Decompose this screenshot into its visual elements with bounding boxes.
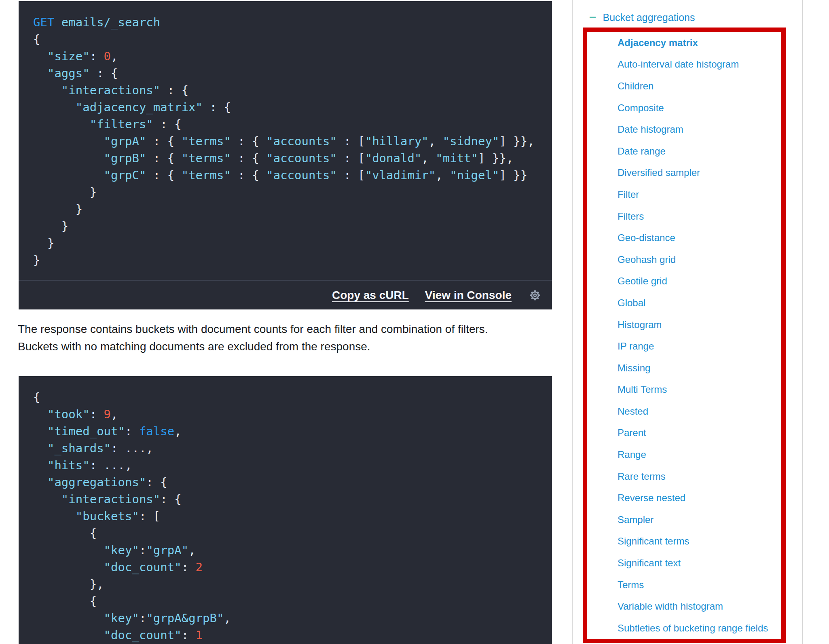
settings-gear-icon[interactable]	[528, 288, 542, 303]
code-line: "filters" : {	[33, 116, 544, 133]
sidebar-item-filters[interactable]: Filters	[618, 205, 779, 227]
sidebar-item-geotile-grid[interactable]: Geotile grid	[618, 271, 779, 292]
sidebar-item-adjacency-matrix[interactable]: Adjacency matrix	[618, 32, 779, 54]
sidebar-item-multi-terms[interactable]: Multi Terms	[618, 379, 779, 401]
code-line: {	[33, 389, 544, 406]
code-line: }	[33, 235, 544, 252]
sidebar-item-parent[interactable]: Parent	[618, 422, 779, 444]
paragraph-line: Buckets with no matching documents are e…	[18, 338, 556, 355]
page-right-divider	[802, 0, 803, 644]
sidebar-item-histogram[interactable]: Histogram	[618, 314, 779, 336]
code-line: "grpB" : { "terms" : { "accounts" : ["do…	[33, 150, 544, 167]
sidebar-item-missing[interactable]: Missing	[618, 357, 779, 379]
sidebar-item-diversified-sampler[interactable]: Diversified sampler	[618, 162, 779, 184]
code-line: "key":"grpA&grpB",	[33, 610, 544, 627]
body-paragraph: The response contains buckets with docum…	[18, 320, 556, 355]
code-line: {	[33, 593, 544, 610]
sidebar-item-geohash-grid[interactable]: Geohash grid	[618, 249, 779, 271]
code-line: "interactions" : {	[33, 82, 544, 99]
sidebar-item-date-range[interactable]: Date range	[618, 140, 779, 162]
view-in-console-button[interactable]: View in Console	[425, 289, 512, 302]
sidebar-item-significant-text[interactable]: Significant text	[618, 552, 779, 574]
sidebar-item-rare-terms[interactable]: Rare terms	[618, 466, 779, 487]
response-code: { "took": 9, "timed_out": false, "_shard…	[19, 376, 552, 644]
code-line: "aggs" : {	[33, 65, 544, 82]
code-line: GET emails/_search	[33, 14, 544, 31]
sidebar-item-geo-distance[interactable]: Geo-distance	[618, 227, 779, 249]
code-line: "doc_count": 1	[33, 627, 544, 644]
sidebar-item-date-histogram[interactable]: Date histogram	[618, 119, 779, 140]
content-sidebar-divider	[572, 0, 573, 644]
code-line: "timed_out": false,	[33, 423, 544, 440]
sidebar-item-significant-terms[interactable]: Significant terms	[618, 531, 779, 553]
code-line: "_shards": ...,	[33, 440, 544, 457]
sidebar-item-children[interactable]: Children	[618, 75, 779, 97]
response-code-block: { "took": 9, "timed_out": false, "_shard…	[19, 376, 552, 644]
request-code: GET emails/_search{ "size": 0, "aggs" : …	[19, 1, 552, 280]
code-line: "hits": ...,	[33, 457, 544, 474]
sidebar-nav-list: Adjacency matrixAuto-interval date histo…	[618, 32, 779, 639]
code-line: }	[33, 184, 544, 201]
collapse-minus-icon[interactable]: −	[589, 11, 596, 23]
sidebar-item-auto-interval-date-histogram[interactable]: Auto-interval date histogram	[618, 54, 779, 76]
copy-as-curl-button[interactable]: Copy as cURL	[332, 289, 409, 302]
sidebar-item-subtleties-of-bucketing-range-fields[interactable]: Subtleties of bucketing range fields	[618, 617, 779, 639]
paragraph-line: The response contains buckets with docum…	[18, 320, 556, 338]
sidebar-item-reverse-nested[interactable]: Reverse nested	[618, 487, 779, 509]
sidebar-section-bucket-aggregations[interactable]: Bucket aggregations	[603, 12, 695, 23]
sidebar-item-range[interactable]: Range	[618, 444, 779, 466]
code-line: "doc_count": 2	[33, 559, 544, 576]
sidebar-item-composite[interactable]: Composite	[618, 97, 779, 119]
code-toolbar: Copy as cURL View in Console	[19, 280, 552, 309]
sidebar-item-variable-width-histogram[interactable]: Variable width histogram	[618, 595, 779, 617]
code-line: "grpC" : { "terms" : { "accounts" : ["vl…	[33, 167, 544, 184]
code-line: "key":"grpA",	[33, 542, 544, 559]
sidebar-item-ip-range[interactable]: IP range	[618, 335, 779, 357]
code-line: }	[33, 218, 544, 235]
code-line: "aggregations": {	[33, 474, 544, 491]
code-line: "interactions": {	[33, 491, 544, 508]
sidebar-section-heading: − Bucket aggregations	[589, 11, 695, 23]
code-line: {	[33, 31, 544, 48]
sidebar-item-filter[interactable]: Filter	[618, 184, 779, 205]
sidebar-item-sampler[interactable]: Sampler	[618, 509, 779, 531]
code-line: }	[33, 252, 544, 269]
request-code-block: GET emails/_search{ "size": 0, "aggs" : …	[19, 1, 552, 309]
sidebar-item-terms[interactable]: Terms	[618, 574, 779, 596]
sidebar-item-nested[interactable]: Nested	[618, 400, 779, 422]
code-line: }	[33, 201, 544, 218]
code-line: "adjacency_matrix" : {	[33, 99, 544, 116]
code-line: "buckets": [	[33, 508, 544, 525]
code-line: },	[33, 576, 544, 593]
sidebar-item-global[interactable]: Global	[618, 292, 779, 314]
code-line: {	[33, 525, 544, 542]
code-line: "grpA" : { "terms" : { "accounts" : ["hi…	[33, 133, 544, 150]
code-line: "size": 0,	[33, 48, 544, 65]
documentation-page: { "request_block": { "lines": [ [["kw","…	[0, 0, 829, 644]
code-line: "took": 9,	[33, 406, 544, 423]
